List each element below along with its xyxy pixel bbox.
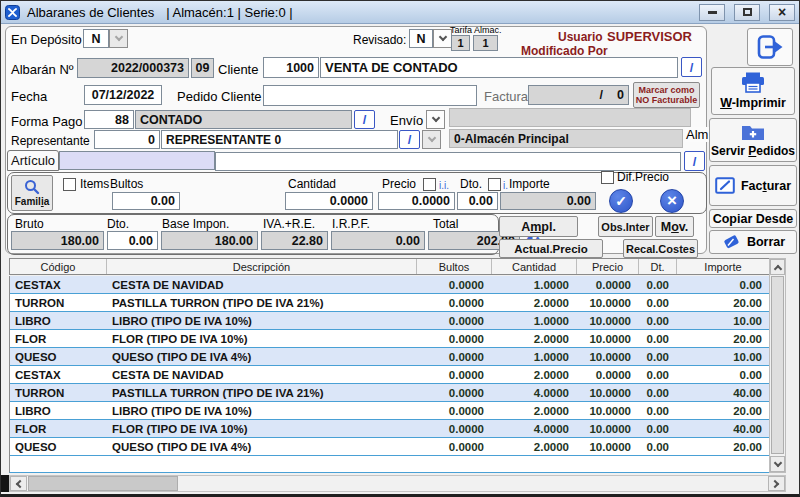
cell-importe: 20.00 — [677, 330, 770, 347]
pencil-box-icon — [715, 177, 735, 194]
representante-name-field[interactable]: REPRESENTANTE 0 — [161, 130, 398, 149]
precio-ii-checkbox[interactable] — [423, 178, 436, 191]
scroll-up-button[interactable] — [770, 259, 785, 275]
edit-pencil-icon: / — [690, 60, 694, 75]
horizontal-scroll-thumb[interactable] — [28, 476, 178, 491]
forma-pago-edit-button[interactable]: / — [354, 110, 375, 129]
scroll-right-button[interactable] — [768, 476, 785, 491]
cliente-edit-button[interactable]: / — [681, 57, 702, 77]
col-header-bultos[interactable]: Bultos — [417, 259, 492, 274]
cell-codigo: CESTAX — [10, 276, 107, 293]
total-label: Total — [433, 217, 458, 231]
representante-edit-button[interactable]: / — [399, 130, 420, 149]
marcar-no-facturable-button[interactable]: Marcar como NO Facturable — [633, 82, 700, 108]
table-row[interactable]: LIBRO LIBRO (TIPO DE IVA 10%) 0.0000 2.0… — [10, 402, 769, 420]
col-header-dt[interactable]: Dt. — [639, 259, 677, 274]
scroll-left-button[interactable] — [10, 476, 27, 491]
precio-input[interactable]: 0.0000 — [378, 192, 455, 210]
albaran-label: Albarán Nº — [11, 62, 74, 77]
cell-cantidad: 2.0000 — [492, 402, 577, 419]
pedido-cliente-field[interactable] — [263, 85, 477, 106]
table-row[interactable]: QUESO QUESO (TIPO DE IVA 4%) 0.0000 1.00… — [10, 348, 769, 366]
maximize-button[interactable] — [734, 4, 760, 21]
table-horizontal-scrollbar[interactable] — [9, 475, 786, 492]
articulo-edit-button[interactable]: / — [684, 151, 705, 171]
table-row[interactable]: FLOR FLOR (TIPO DE IVA 10%) 0.0000 2.000… — [10, 330, 769, 348]
col-header-importe[interactable]: Importe — [677, 259, 770, 274]
dto-input[interactable]: 0.00 — [457, 192, 498, 210]
servir-pedidos-button[interactable]: Servir Pedidos — [709, 118, 797, 162]
almacen-dropdown[interactable] — [422, 130, 441, 149]
table-row[interactable]: QUESO QUESO (TIPO DE IVA 4%) 0.0000 2.00… — [10, 438, 769, 456]
window-subtitle: | Almacén:1 | Serie:0 | — [166, 5, 292, 20]
revisado-field[interactable]: N — [409, 29, 433, 48]
bultos-input[interactable]: 0.00 — [112, 192, 180, 210]
cell-cantidad: 1.0000 — [492, 348, 577, 365]
col-header-descripcion[interactable]: Descripción — [107, 259, 417, 274]
cancel-line-button[interactable]: × — [660, 189, 684, 213]
dto-label: Dto. — [460, 177, 482, 191]
articulo-desc-field[interactable] — [215, 152, 681, 171]
forma-pago-code-field[interactable]: 88 — [84, 110, 134, 129]
cell-precio: 10.0000 — [577, 330, 639, 347]
articulo-code-input[interactable] — [59, 151, 215, 170]
accept-line-button[interactable]: ✓ — [609, 189, 633, 213]
imprimir-button[interactable]: W-Imprimir — [711, 67, 795, 115]
iva-re-field: 22.80 — [261, 231, 328, 250]
table-row[interactable]: CESTAX CESTA DE NAVIDAD 0.0000 2.0000 0.… — [10, 366, 769, 384]
col-header-cantidad[interactable]: Cantidad — [492, 259, 577, 274]
cantidad-label: Cantidad — [288, 177, 336, 191]
copiar-desde-button[interactable]: Copiar Desde — [709, 209, 797, 228]
cliente-name-field[interactable]: VENTA DE CONTADO — [320, 57, 678, 78]
table-header: Código Descripción Bultos Cantidad Preci… — [9, 258, 769, 275]
close-button[interactable]: × — [769, 4, 795, 21]
items-checkbox[interactable] — [63, 178, 76, 191]
familia-button[interactable]: Familia — [11, 175, 53, 211]
col-header-codigo[interactable]: Código — [10, 259, 107, 274]
irpf-field: 0.00 — [331, 231, 425, 250]
table-vertical-scrollbar[interactable] — [769, 258, 786, 473]
table-row[interactable]: TURRON PASTILLA TURRON (TIPO DE IVA 21%)… — [10, 294, 769, 312]
cliente-code-field[interactable]: 1000 — [263, 57, 319, 78]
almacen-field[interactable]: 0-Almacén Principal — [449, 129, 683, 148]
representante-code-field[interactable]: 0 — [94, 130, 160, 149]
table-row[interactable]: FLOR FLOR (TIPO DE IVA 10%) 0.0000 4.000… — [10, 420, 769, 438]
cantidad-input[interactable]: 0.0000 — [285, 192, 373, 210]
cell-codigo: TURRON — [10, 294, 107, 311]
factura-field: / 0 — [528, 85, 629, 105]
cell-dt: 0.00 — [639, 366, 677, 383]
table-row[interactable]: CESTAX CESTA DE NAVIDAD 0.0000 1.0000 0.… — [10, 276, 769, 294]
table-row[interactable]: LIBRO LIBRO (TIPO DE IVA 10%) 0.0000 1.0… — [10, 312, 769, 330]
obs-inter-button[interactable]: Obs.Inter — [598, 216, 653, 237]
envio-dropdown[interactable] — [426, 110, 445, 129]
cell-codigo: LIBRO — [10, 402, 107, 419]
importe-field: 0.00 — [500, 192, 596, 210]
exit-button[interactable] — [747, 28, 793, 66]
iva-re-label: IVA.+R.E. — [263, 217, 315, 231]
table-row[interactable]: TURRON PASTILLA TURRON (TIPO DE IVA 21%)… — [10, 384, 769, 402]
totals-dto-field[interactable]: 0.00 — [107, 231, 158, 250]
fecha-field[interactable]: 07/12/2022 — [84, 85, 162, 105]
cell-codigo: TURRON — [10, 384, 107, 401]
en-deposito-dropdown[interactable] — [109, 29, 128, 48]
cell-cantidad: 2.0000 — [492, 366, 577, 383]
cell-precio: 10.0000 — [577, 420, 639, 437]
dif-precio-checkbox[interactable] — [601, 171, 614, 184]
facturar-button[interactable]: Facturar — [709, 165, 797, 206]
recal-costes-button[interactable]: Recal.Costes — [623, 239, 698, 258]
dto-i-checkbox[interactable] — [488, 178, 501, 191]
vertical-scroll-thumb[interactable] — [771, 276, 784, 454]
en-deposito-label: En Depósito — [11, 32, 82, 47]
actual-precio-button[interactable]: Actual.Precio — [499, 239, 603, 258]
minimize-button[interactable] — [699, 4, 725, 21]
cell-dt: 0.00 — [639, 348, 677, 365]
cell-bultos: 0.0000 — [417, 420, 492, 437]
col-header-precio[interactable]: Precio — [577, 259, 639, 274]
en-deposito-field[interactable]: N — [83, 29, 109, 48]
ampl-button[interactable]: Ampl. — [499, 216, 578, 237]
mov-button[interactable]: Mov. — [655, 216, 694, 237]
bruto-field: 180.00 — [11, 231, 104, 250]
borrar-button[interactable]: Borrar — [709, 230, 797, 254]
cell-precio: 0.0000 — [577, 366, 639, 383]
scroll-down-button[interactable] — [770, 456, 785, 472]
